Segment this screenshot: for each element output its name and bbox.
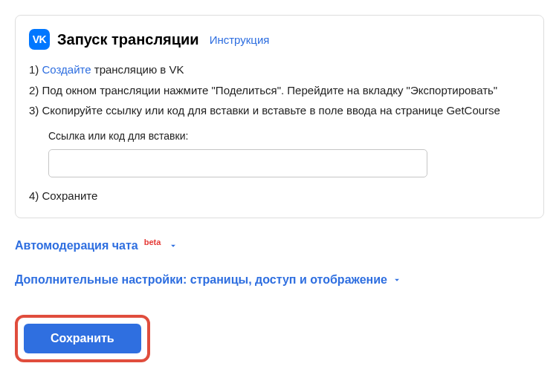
- instruction-link[interactable]: Инструкция: [210, 33, 270, 46]
- embed-input-section: Ссылка или код для вставки:: [29, 128, 530, 178]
- panel-title: Запуск трансляции: [57, 31, 199, 48]
- embed-code-input[interactable]: [48, 149, 427, 177]
- automoderation-label: Автомодерация чата: [15, 239, 138, 252]
- additional-settings-label: Дополнительные настройки: страницы, дост…: [15, 273, 387, 287]
- save-button[interactable]: Сохранить: [24, 324, 141, 353]
- step-1-prefix: 1): [29, 63, 42, 76]
- panel-header: VK Запуск трансляции Инструкция: [29, 29, 530, 50]
- save-button-highlight: Сохранить: [15, 315, 150, 362]
- additional-settings-toggle[interactable]: Дополнительные настройки: страницы, дост…: [15, 273, 544, 287]
- step-3: 3) Скопируйте ссылку или код для вставки…: [29, 101, 530, 120]
- footer-area: Сохранить: [15, 315, 544, 362]
- stream-launch-panel: VK Запуск трансляции Инструкция 1) Созда…: [15, 15, 544, 218]
- automoderation-toggle[interactable]: Автомодерация чата beta: [15, 239, 544, 252]
- step-1: 1) Создайте трансляцию в VK: [29, 60, 530, 79]
- create-stream-link[interactable]: Создайте: [42, 63, 91, 76]
- steps-list: 1) Создайте трансляцию в VK 2) Под окном…: [29, 60, 530, 206]
- step-4: 4) Сохраните: [29, 186, 530, 206]
- step-2: 2) Под окном трансляции нажмите "Поделит…: [29, 81, 530, 100]
- beta-badge: beta: [144, 238, 161, 246]
- chevron-down-icon: [168, 241, 178, 251]
- embed-input-label: Ссылка или код для вставки:: [48, 128, 530, 146]
- vk-logo-icon: VK: [29, 29, 50, 50]
- step-1-suffix: трансляцию в VK: [91, 63, 184, 76]
- chevron-down-icon: [392, 275, 402, 285]
